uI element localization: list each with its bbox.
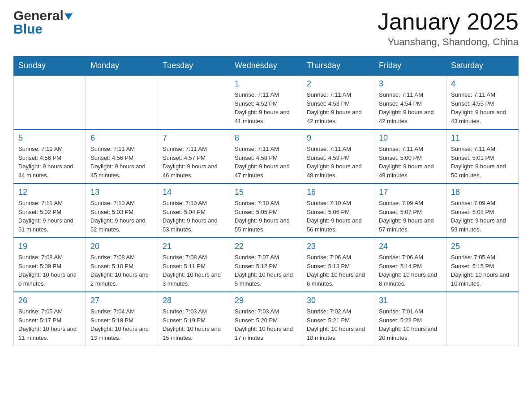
day-number: 4 [451, 79, 514, 89]
day-info: Sunrise: 7:11 AM Sunset: 4:56 PM Dayligh… [90, 145, 153, 180]
calendar-cell: 30Sunrise: 7:02 AM Sunset: 5:21 PM Dayli… [302, 292, 374, 346]
logo: General Blue [13, 9, 73, 36]
day-number: 14 [163, 188, 225, 197]
calendar-cell: 4Sunrise: 7:11 AM Sunset: 4:55 PM Daylig… [446, 75, 519, 129]
day-number: 23 [307, 242, 369, 251]
calendar-cell: 15Sunrise: 7:10 AM Sunset: 5:05 PM Dayli… [230, 184, 302, 238]
calendar-cell: 9Sunrise: 7:11 AM Sunset: 4:59 PM Daylig… [302, 129, 374, 184]
calendar-body: 1Sunrise: 7:11 AM Sunset: 4:52 PM Daylig… [14, 75, 519, 346]
header-day-saturday: Saturday [446, 56, 519, 76]
calendar-week-4: 19Sunrise: 7:08 AM Sunset: 5:09 PM Dayli… [14, 238, 519, 292]
day-number: 12 [18, 188, 81, 197]
calendar-cell [158, 75, 230, 129]
day-number: 31 [379, 296, 442, 305]
calendar-week-1: 1Sunrise: 7:11 AM Sunset: 4:52 PM Daylig… [14, 75, 519, 129]
day-info: Sunrise: 7:11 AM Sunset: 4:58 PM Dayligh… [235, 145, 297, 180]
day-number: 1 [235, 79, 297, 89]
day-info: Sunrise: 7:02 AM Sunset: 5:21 PM Dayligh… [307, 307, 369, 342]
day-number: 2 [307, 79, 369, 89]
calendar-cell: 31Sunrise: 7:01 AM Sunset: 5:22 PM Dayli… [374, 292, 446, 346]
day-number: 21 [163, 242, 225, 251]
header-day-wednesday: Wednesday [230, 56, 302, 76]
day-number: 18 [451, 188, 514, 197]
day-number: 5 [18, 133, 81, 143]
calendar-cell: 5Sunrise: 7:11 AM Sunset: 4:56 PM Daylig… [14, 129, 86, 184]
day-info: Sunrise: 7:06 AM Sunset: 5:14 PM Dayligh… [379, 253, 442, 288]
title-block: January 2025 Yuanshang, Shandong, China [378, 9, 519, 48]
day-info: Sunrise: 7:05 AM Sunset: 5:17 PM Dayligh… [18, 307, 81, 342]
day-number: 6 [90, 133, 153, 143]
day-number: 30 [307, 296, 369, 305]
day-info: Sunrise: 7:11 AM Sunset: 4:55 PM Dayligh… [451, 90, 514, 125]
calendar-title: January 2025 [378, 9, 519, 34]
day-info: Sunrise: 7:03 AM Sunset: 5:20 PM Dayligh… [235, 307, 297, 342]
page-header: General Blue January 2025 Yuanshang, Sha… [13, 9, 519, 48]
calendar-cell: 24Sunrise: 7:06 AM Sunset: 5:14 PM Dayli… [374, 238, 446, 292]
header-day-thursday: Thursday [302, 56, 374, 76]
header-day-sunday: Sunday [14, 56, 86, 76]
calendar-header: SundayMondayTuesdayWednesdayThursdayFrid… [14, 56, 519, 76]
day-number: 20 [90, 242, 153, 251]
header-day-monday: Monday [86, 56, 158, 76]
calendar-cell: 2Sunrise: 7:11 AM Sunset: 4:53 PM Daylig… [302, 75, 374, 129]
calendar-cell: 10Sunrise: 7:11 AM Sunset: 5:00 PM Dayli… [374, 129, 446, 184]
day-info: Sunrise: 7:08 AM Sunset: 5:11 PM Dayligh… [163, 253, 225, 288]
logo-general-text: General [13, 9, 64, 22]
calendar-week-5: 26Sunrise: 7:05 AM Sunset: 5:17 PM Dayli… [14, 292, 519, 346]
day-info: Sunrise: 7:01 AM Sunset: 5:22 PM Dayligh… [379, 307, 442, 342]
day-number: 7 [163, 133, 225, 143]
day-info: Sunrise: 7:11 AM Sunset: 4:53 PM Dayligh… [307, 90, 369, 125]
day-info: Sunrise: 7:04 AM Sunset: 5:18 PM Dayligh… [90, 307, 153, 342]
day-info: Sunrise: 7:11 AM Sunset: 5:01 PM Dayligh… [451, 145, 514, 180]
header-day-tuesday: Tuesday [158, 56, 230, 76]
day-number: 16 [307, 188, 369, 197]
calendar-cell: 29Sunrise: 7:03 AM Sunset: 5:20 PM Dayli… [230, 292, 302, 346]
calendar-cell: 7Sunrise: 7:11 AM Sunset: 4:57 PM Daylig… [158, 129, 230, 184]
day-info: Sunrise: 7:11 AM Sunset: 4:57 PM Dayligh… [163, 145, 225, 180]
day-number: 25 [451, 242, 514, 251]
day-number: 19 [18, 242, 81, 251]
day-number: 10 [379, 133, 442, 143]
day-info: Sunrise: 7:08 AM Sunset: 5:09 PM Dayligh… [18, 253, 81, 288]
calendar-cell [14, 75, 86, 129]
calendar-cell: 1Sunrise: 7:11 AM Sunset: 4:52 PM Daylig… [230, 75, 302, 129]
day-info: Sunrise: 7:03 AM Sunset: 5:19 PM Dayligh… [163, 307, 225, 342]
calendar-cell: 11Sunrise: 7:11 AM Sunset: 5:01 PM Dayli… [446, 129, 519, 184]
calendar-cell: 27Sunrise: 7:04 AM Sunset: 5:18 PM Dayli… [86, 292, 158, 346]
day-info: Sunrise: 7:07 AM Sunset: 5:12 PM Dayligh… [235, 253, 297, 288]
calendar-week-3: 12Sunrise: 7:11 AM Sunset: 5:02 PM Dayli… [14, 184, 519, 238]
calendar-cell [86, 75, 158, 129]
day-info: Sunrise: 7:11 AM Sunset: 4:52 PM Dayligh… [235, 90, 297, 125]
day-info: Sunrise: 7:11 AM Sunset: 5:02 PM Dayligh… [18, 199, 81, 234]
day-info: Sunrise: 7:11 AM Sunset: 4:59 PM Dayligh… [307, 145, 369, 180]
calendar-cell: 13Sunrise: 7:10 AM Sunset: 5:03 PM Dayli… [86, 184, 158, 238]
calendar-cell: 25Sunrise: 7:05 AM Sunset: 5:15 PM Dayli… [446, 238, 519, 292]
day-info: Sunrise: 7:09 AM Sunset: 5:07 PM Dayligh… [379, 199, 442, 234]
calendar-cell: 6Sunrise: 7:11 AM Sunset: 4:56 PM Daylig… [86, 129, 158, 184]
day-info: Sunrise: 7:09 AM Sunset: 5:08 PM Dayligh… [451, 199, 514, 234]
calendar-cell [446, 292, 519, 346]
day-info: Sunrise: 7:10 AM Sunset: 5:03 PM Dayligh… [90, 199, 153, 234]
day-info: Sunrise: 7:10 AM Sunset: 5:06 PM Dayligh… [307, 199, 369, 234]
calendar-cell: 21Sunrise: 7:08 AM Sunset: 5:11 PM Dayli… [158, 238, 230, 292]
calendar-week-2: 5Sunrise: 7:11 AM Sunset: 4:56 PM Daylig… [14, 129, 519, 184]
calendar-subtitle: Yuanshang, Shandong, China [378, 36, 519, 48]
logo-arrow-icon [64, 13, 73, 20]
day-number: 11 [451, 133, 514, 143]
calendar-cell: 23Sunrise: 7:06 AM Sunset: 5:13 PM Dayli… [302, 238, 374, 292]
day-info: Sunrise: 7:08 AM Sunset: 5:10 PM Dayligh… [90, 253, 153, 288]
calendar-cell: 22Sunrise: 7:07 AM Sunset: 5:12 PM Dayli… [230, 238, 302, 292]
day-info: Sunrise: 7:06 AM Sunset: 5:13 PM Dayligh… [307, 253, 369, 288]
day-number: 13 [90, 188, 153, 197]
day-number: 9 [307, 133, 369, 143]
calendar-cell: 8Sunrise: 7:11 AM Sunset: 4:58 PM Daylig… [230, 129, 302, 184]
day-number: 17 [379, 188, 442, 197]
calendar-cell: 12Sunrise: 7:11 AM Sunset: 5:02 PM Dayli… [14, 184, 86, 238]
day-info: Sunrise: 7:11 AM Sunset: 4:56 PM Dayligh… [18, 145, 81, 180]
calendar-cell: 20Sunrise: 7:08 AM Sunset: 5:10 PM Dayli… [86, 238, 158, 292]
day-number: 28 [163, 296, 225, 305]
calendar-cell: 28Sunrise: 7:03 AM Sunset: 5:19 PM Dayli… [158, 292, 230, 346]
calendar-cell: 14Sunrise: 7:10 AM Sunset: 5:04 PM Dayli… [158, 184, 230, 238]
calendar-cell: 18Sunrise: 7:09 AM Sunset: 5:08 PM Dayli… [446, 184, 519, 238]
logo-blue-text: Blue [13, 21, 43, 36]
